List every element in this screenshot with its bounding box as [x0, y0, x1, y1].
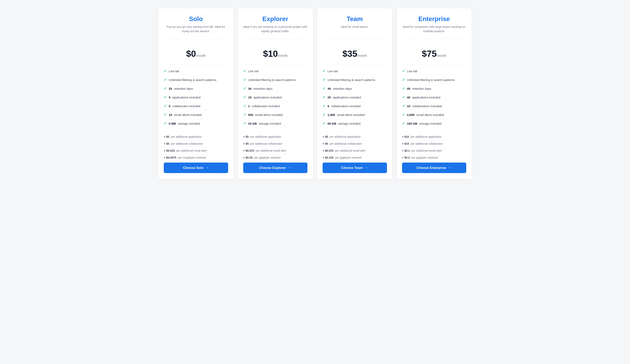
check-icon: ✓	[322, 78, 326, 82]
check-icon: ✓	[402, 87, 405, 91]
choose-button-label-enterprise: Choose Enterprise	[416, 166, 446, 170]
feature-item: ✓20 GB storage included	[243, 119, 308, 128]
feature-number: 15	[248, 96, 252, 99]
feature-label: storage included	[178, 122, 200, 125]
choose-button-solo[interactable]: Choose Solo→	[164, 163, 228, 173]
feature-item: ✓500 email alerts included	[243, 111, 308, 119]
addon-item: + $5 per additional application	[243, 133, 308, 140]
feature-item: ✓25 retention days	[164, 84, 228, 93]
feature-item: ✓5 applications included	[164, 93, 228, 102]
check-icon: ✓	[243, 69, 246, 73]
addon-item: + $5 per additional collaborator	[164, 140, 228, 147]
feature-label: collaborator included	[172, 104, 200, 108]
plan-price-section-enterprise: $75/month	[402, 49, 466, 59]
feature-number: 10	[407, 104, 410, 108]
plan-header-solo: SoloPay-as-you-go only starting from $0.…	[164, 15, 228, 39]
feature-item: ✓30 retention days	[243, 84, 308, 93]
plan-card-team: TeamIdeal for small teams.$35/month✓Live…	[317, 8, 393, 180]
feature-number: 1	[248, 104, 250, 108]
features-list-solo: ✓Live tail✓Unlimited filtering & search …	[164, 67, 228, 128]
addon-price: + $10	[402, 135, 409, 138]
feature-label: email alerts included	[337, 113, 364, 117]
arrow-icon: →	[205, 166, 209, 170]
feature-label: Unlimited filtering & search patterns	[328, 78, 375, 82]
feature-label: email alerts included	[174, 113, 202, 117]
choose-button-explorer[interactable]: Choose Explorer→	[243, 163, 308, 173]
addon-label: per additional application	[330, 135, 361, 138]
addon-label: per additional email alert	[256, 149, 286, 152]
feature-label: retention days	[333, 87, 352, 90]
addon-label: per additional collaborator	[410, 142, 443, 145]
feature-item: ✓45 retention days	[402, 84, 466, 93]
plan-price-solo: $0	[186, 49, 196, 59]
feature-number: 100 GB	[407, 122, 417, 125]
arrow-icon: →	[288, 166, 292, 170]
feature-item: ✓Unlimited filtering & search patterns	[322, 76, 387, 84]
plan-card-enterprise: EnterpriseIdeal for companies with large…	[396, 8, 472, 180]
plan-name-solo: Solo	[164, 15, 228, 23]
feature-item: ✓10 collaborators included	[402, 102, 466, 111]
plan-price-period-team: /month	[357, 54, 367, 57]
feature-number: 20 GB	[248, 122, 257, 125]
feature-number: 10	[169, 113, 172, 117]
plan-price-section-explorer: $10/month	[243, 49, 308, 59]
addon-label: per additional email alert	[176, 149, 207, 152]
feature-item: ✓Live tail	[164, 67, 228, 76]
feature-number: 25	[328, 96, 331, 99]
plan-name-enterprise: Enterprise	[402, 15, 466, 23]
feature-item: ✓40 applications included	[402, 93, 466, 102]
check-icon: ✓	[402, 113, 405, 117]
plan-price-enterprise: $75	[422, 49, 437, 59]
addon-item: + $0.2 per gigabyte retained	[402, 154, 466, 161]
addon-label: per gigabyte retained	[254, 156, 280, 159]
addon-label: per additional collaborator	[330, 142, 362, 145]
choose-button-label-explorer: Choose Explorer	[259, 166, 286, 170]
plan-description-team: Ideal for small teams.	[322, 25, 387, 34]
plan-price-period-explorer: /month	[278, 54, 288, 57]
addon-price: + $0.25	[243, 156, 252, 159]
choose-button-enterprise[interactable]: Choose Enterprise→	[402, 163, 466, 173]
arrow-icon: →	[448, 166, 452, 170]
feature-item: ✓1 collaborator included	[243, 102, 308, 111]
addon-item: + $0.015 per additional email alert	[243, 147, 308, 154]
feature-label: Unlimited filtering & search patterns	[169, 78, 216, 82]
addon-price: + $5	[243, 135, 249, 138]
addon-label: per additional application	[250, 135, 281, 138]
pricing-grid: SoloPay-as-you-go only starting from $0.…	[158, 8, 472, 180]
plan-card-explorer: ExplorerIdeal if you are working on a pe…	[238, 8, 314, 180]
feature-label: Unlimited filtering & search patterns	[407, 78, 455, 82]
plan-card-solo: SoloPay-as-you-go only starting from $0.…	[158, 8, 234, 180]
check-icon: ✓	[322, 95, 326, 99]
feature-item: ✓15 applications included	[243, 93, 308, 102]
check-icon: ✓	[322, 104, 326, 108]
features-list-team: ✓Live tail✓Unlimited filtering & search …	[322, 67, 387, 128]
addon-item: + $10 per additional application	[402, 133, 466, 140]
feature-label: collaborator included	[252, 104, 280, 108]
check-icon: ✓	[322, 87, 326, 91]
feature-number: 500	[248, 113, 253, 117]
check-icon: ✓	[402, 122, 405, 126]
plan-description-solo: Pay-as-you-go only starting from $0. Ide…	[164, 25, 228, 34]
addon-label: per additional email alert	[412, 149, 442, 152]
addon-label: per additional application	[171, 135, 202, 138]
feature-number: 30	[248, 87, 252, 90]
check-icon: ✓	[243, 113, 246, 117]
choose-button-team[interactable]: Choose Team→	[322, 163, 387, 173]
feature-item: ✓10 email alerts included	[164, 111, 228, 119]
check-icon: ✓	[243, 95, 246, 99]
feature-item: ✓0 collaborator included	[164, 102, 228, 111]
plan-description-enterprise: Ideal for companies with large teams wor…	[402, 25, 466, 34]
feature-label: applications included	[172, 96, 200, 99]
plan-header-team: TeamIdeal for small teams.	[322, 15, 387, 39]
plan-name-explorer: Explorer	[243, 15, 308, 23]
check-icon: ✓	[164, 95, 167, 99]
plan-name-team: Team	[322, 15, 387, 23]
check-icon: ✓	[322, 122, 326, 126]
check-icon: ✓	[164, 122, 167, 126]
addon-price: + $0.225	[322, 156, 334, 159]
addon-item: + $5 per additional collaborator	[322, 140, 387, 147]
feature-label: email alerts included	[255, 113, 282, 117]
arrow-icon: →	[365, 166, 368, 170]
feature-number: 25	[169, 87, 172, 90]
feature-label: retention days	[254, 87, 272, 90]
